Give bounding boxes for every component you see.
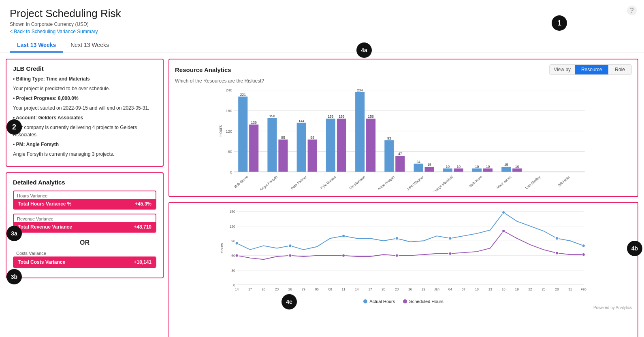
badge-3a: 3a: [6, 226, 22, 241]
svg-text:10: 10: [486, 165, 490, 169]
svg-text:14: 14: [235, 288, 239, 291]
svg-rect-53: [483, 168, 493, 172]
svg-text:04: 04: [448, 288, 452, 291]
progress-label: • Project Progress: 8,000.0%: [13, 95, 156, 102]
info-card: JLB Credit • Billing Type: Time and Mate…: [6, 59, 164, 167]
svg-point-87: [342, 254, 345, 257]
svg-point-88: [395, 254, 399, 257]
svg-text:Pete Palmer: Pete Palmer: [290, 175, 307, 190]
svg-rect-33: [366, 119, 375, 172]
svg-text:26: 26: [408, 288, 412, 291]
svg-text:156: 156: [328, 114, 334, 119]
svg-point-84: [582, 244, 585, 248]
resource-header: Resource Analytics View by Resource Role: [175, 64, 632, 75]
line-chart-section: 0306090120150Hours1417202326290508111417…: [168, 202, 638, 337]
svg-point-92: [582, 253, 585, 256]
hours-variance-metric: Total Hours Variance % +45.3%: [14, 199, 156, 209]
svg-text:Mary Jones: Mary Jones: [496, 175, 512, 190]
back-link[interactable]: < Back to Scheduling Variance Summary: [10, 29, 98, 34]
svg-text:95: 95: [310, 136, 314, 140]
account-desc: Your company is currently delivering 4 p…: [13, 124, 156, 138]
left-panel: JLB Credit • Billing Type: Time and Mate…: [6, 59, 164, 337]
svg-text:90: 90: [231, 239, 235, 243]
svg-text:08: 08: [328, 288, 333, 291]
powered-by: Powered by Analytics: [175, 304, 632, 312]
svg-rect-43: [424, 167, 434, 172]
toggle-resource-button[interactable]: Resource: [575, 65, 608, 74]
resource-analytics-section: Resource Analytics View by Resource Role…: [168, 59, 638, 197]
svg-text:23: 23: [395, 288, 399, 291]
toggle-role-button[interactable]: Role: [608, 65, 631, 74]
svg-text:156: 156: [368, 114, 374, 119]
svg-text:11: 11: [342, 288, 346, 291]
revenue-variance-label: Revenue Variance: [14, 214, 156, 222]
legend-actual: Actual Hours: [363, 299, 395, 304]
badge-3b: 3b: [6, 269, 22, 284]
svg-text:Jan: Jan: [434, 288, 439, 291]
svg-text:221: 221: [240, 93, 246, 97]
svg-text:10: 10: [456, 165, 461, 169]
svg-text:10: 10: [475, 288, 479, 291]
badge-2: 2: [6, 119, 22, 135]
tab-last-13-weeks[interactable]: Last 13 Weeks: [10, 38, 63, 53]
analytics-title: Detailed Analytics: [13, 179, 156, 186]
svg-point-77: [235, 242, 239, 245]
svg-rect-38: [395, 156, 405, 172]
svg-point-81: [449, 237, 452, 240]
legend-actual-label: Actual Hours: [369, 299, 395, 304]
svg-text:22: 22: [529, 288, 533, 291]
svg-point-83: [555, 237, 559, 240]
svg-text:17: 17: [368, 288, 372, 291]
svg-text:120: 120: [226, 129, 232, 134]
svg-text:47: 47: [398, 152, 402, 156]
svg-text:31: 31: [568, 288, 572, 291]
billing-type-desc: Your project is predicted to be over sch…: [13, 85, 156, 92]
svg-text:93: 93: [387, 136, 391, 140]
bar-chart-area: 060120180240Hours221139Bob Grove15895Ang…: [175, 86, 632, 191]
svg-text:14: 14: [355, 288, 359, 291]
svg-text:26: 26: [288, 288, 292, 291]
svg-rect-28: [337, 119, 346, 172]
svg-text:15: 15: [427, 163, 431, 167]
svg-text:156: 156: [339, 114, 345, 119]
bar-chart-svg: 060120180240Hours221139Bob Grove15895Ang…: [175, 86, 632, 191]
svg-point-85: [235, 254, 239, 257]
svg-rect-23: [308, 140, 317, 172]
svg-text:16: 16: [502, 288, 506, 291]
svg-text:180: 180: [226, 108, 232, 113]
svg-text:05: 05: [315, 288, 319, 291]
view-by-toggle: View by Resource Role: [549, 64, 632, 75]
svg-text:144: 144: [299, 119, 305, 123]
progress-desc: Your project started on 2022-09-15 and w…: [13, 104, 156, 112]
badge-4a: 4a: [356, 42, 372, 58]
right-panel: Resource Analytics View by Resource Role…: [168, 59, 638, 337]
svg-text:Hours: Hours: [220, 243, 224, 253]
tabs-row: Last 13 Weeks Next 13 Weeks: [0, 34, 644, 53]
svg-text:19: 19: [515, 288, 519, 291]
svg-text:John Wagner: John Wagner: [406, 175, 424, 191]
svg-text:139: 139: [251, 121, 257, 125]
svg-text:60: 60: [231, 254, 235, 258]
tab-next-13-weeks[interactable]: Next 13 Weeks: [63, 38, 116, 53]
badge-1: 1: [552, 15, 567, 31]
chart-legend: Actual Hours Scheduled Hours: [175, 299, 632, 304]
svg-rect-56: [501, 167, 511, 172]
svg-text:158: 158: [269, 114, 275, 118]
pm-label: • PM: Angie Forsyth: [13, 141, 156, 148]
hours-variance-block: Hours Variance Total Hours Variance % +4…: [13, 191, 156, 210]
svg-text:17: 17: [248, 288, 252, 291]
revenue-variance-metric: Total Revenue Variance +48,710: [14, 222, 156, 232]
svg-text:Bill Hicks: Bill Hicks: [557, 175, 571, 187]
help-icon[interactable]: ?: [627, 6, 637, 15]
svg-text:25: 25: [542, 288, 546, 291]
svg-point-86: [289, 254, 292, 257]
page-title: Project Scheduling Risk: [10, 7, 634, 20]
svg-text:Bob Grove: Bob Grove: [233, 175, 249, 189]
svg-text:Kyle Bresko: Kyle Bresko: [320, 175, 337, 190]
svg-text:240: 240: [226, 88, 232, 92]
legend-actual-dot: [363, 299, 367, 303]
svg-rect-58: [512, 168, 522, 172]
svg-point-89: [449, 252, 452, 255]
svg-text:13: 13: [488, 288, 493, 291]
view-by-label: View by: [550, 65, 575, 74]
